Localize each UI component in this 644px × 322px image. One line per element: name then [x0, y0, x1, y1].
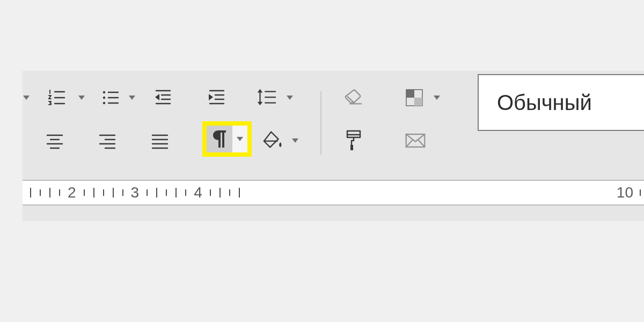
svg-marker-22: [209, 94, 213, 100]
svg-point-12: [103, 102, 105, 104]
svg-marker-17: [155, 94, 159, 100]
eraser-icon: [342, 86, 364, 109]
paint-bucket-dropdown[interactable]: [289, 125, 302, 157]
line-spacing-button[interactable]: [250, 82, 282, 114]
numbered-list-button[interactable]: [39, 82, 75, 114]
svg-rect-32: [406, 90, 414, 98]
align-right-button[interactable]: [92, 125, 122, 157]
paragraph-style-dropdown[interactable]: Обычный: [478, 74, 644, 131]
svg-line-29: [348, 97, 354, 103]
decrease-indent-icon: [151, 86, 173, 109]
color-picker-dropdown[interactable]: [430, 82, 443, 114]
increase-indent-icon: [204, 86, 227, 109]
paragraph-style-label: Обычный: [497, 91, 592, 115]
svg-line-52: [418, 140, 425, 147]
align-justify-icon: [149, 129, 171, 152]
paint-bucket-button[interactable]: [258, 125, 289, 157]
align-right-icon: [96, 129, 119, 152]
toolbar-row-2: [23, 125, 644, 157]
bulleted-list-icon: [99, 86, 122, 109]
pilcrow-button[interactable]: [207, 126, 232, 152]
line-spacing-dropdown[interactable]: [283, 82, 296, 114]
bulleted-list-dropdown[interactable]: [126, 82, 138, 114]
chevron-down-icon: [284, 96, 296, 100]
ruler-number: 10: [617, 184, 633, 201]
pilcrow-icon: [208, 128, 231, 150]
prev-control-dropdown[interactable]: [23, 82, 34, 114]
increase-indent-button[interactable]: [201, 82, 231, 114]
toolbar-row-1: Обычный: [23, 82, 644, 114]
svg-line-51: [406, 140, 413, 147]
toolbar-panel: Обычный: [23, 71, 644, 221]
ruler-number: 2: [68, 184, 76, 201]
ruler-graduations: 2 3 4 10: [23, 181, 644, 204]
bulleted-list-button[interactable]: [96, 82, 126, 114]
color-grid-icon: [403, 86, 426, 109]
eraser-button[interactable]: [337, 82, 369, 114]
chevron-down-icon: [289, 138, 301, 143]
chevron-down-icon: [23, 96, 32, 100]
align-center-icon: [43, 129, 66, 152]
pilcrow-highlight: [202, 121, 252, 157]
paint-bucket-icon: [262, 129, 284, 152]
pilcrow-dropdown[interactable]: [232, 126, 247, 152]
svg-point-10: [103, 91, 105, 93]
align-center-button[interactable]: [40, 125, 70, 157]
chevron-down-icon: [431, 96, 443, 100]
svg-marker-27: [258, 89, 263, 93]
numbered-list-dropdown[interactable]: [75, 82, 88, 114]
paintbrush-icon: [342, 129, 364, 152]
chevron-down-icon: [76, 96, 87, 100]
chevron-down-icon: [126, 96, 138, 100]
envelope-icon: [404, 129, 427, 152]
svg-rect-49: [350, 145, 353, 150]
numbered-list-icon: [46, 86, 68, 109]
svg-rect-33: [414, 98, 422, 106]
line-spacing-icon: [255, 86, 277, 109]
envelope-button[interactable]: [399, 125, 431, 157]
ruler-number: 4: [194, 184, 202, 201]
align-justify-button[interactable]: [145, 125, 175, 157]
horizontal-ruler[interactable]: 2 3 4 10: [23, 180, 644, 206]
ruler-number: 3: [131, 184, 140, 201]
decrease-indent-button[interactable]: [147, 82, 177, 114]
format-paintbrush-button[interactable]: [337, 125, 369, 157]
color-picker-button[interactable]: [398, 82, 430, 114]
svg-marker-28: [258, 102, 263, 106]
svg-point-11: [103, 97, 105, 99]
chevron-down-icon: [234, 137, 246, 141]
